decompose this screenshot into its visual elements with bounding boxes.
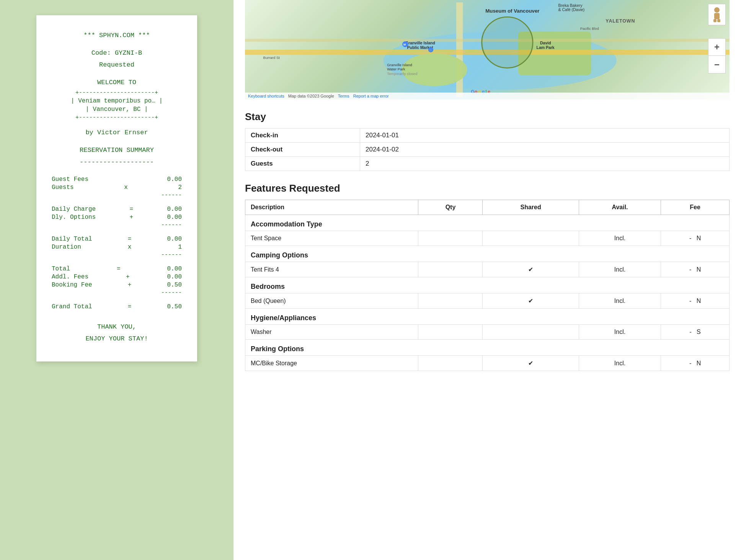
- stay-checkin-label: Check-in: [245, 129, 360, 143]
- duration-value: 1: [178, 244, 182, 251]
- stay-checkout-label: Check-out: [245, 143, 360, 157]
- feature-tent-space: Tent Space Incl. - N: [245, 231, 730, 246]
- stay-checkin-row: Check-in 2024-01-01: [245, 129, 730, 143]
- feature-washer: Washer Incl. - S: [245, 325, 730, 340]
- category-accommodation-label: Accommodation Type: [245, 215, 730, 231]
- addl-fees-value: 0.00: [167, 273, 182, 280]
- receipt-sep2: +----------------------+: [48, 114, 186, 121]
- feature-washer-avail: Incl.: [579, 325, 661, 340]
- svg-text:M: M: [403, 43, 406, 46]
- daily-charge-value: 0.00: [167, 206, 182, 213]
- category-camping: Camping Options: [245, 246, 730, 262]
- booking-fee-label: Booking Fee: [52, 282, 92, 288]
- feature-washer-qty: [418, 325, 483, 340]
- feature-bed-queen-avail: Incl.: [579, 293, 661, 309]
- feature-tent-space-desc: Tent Space: [245, 231, 418, 246]
- stay-table: Check-in 2024-01-01 Check-out 2024-01-02…: [245, 128, 730, 171]
- feature-tent-space-shared: [483, 231, 579, 246]
- dly-options-mid: +: [130, 214, 134, 221]
- grand-total-mid: =: [128, 303, 132, 310]
- zoom-out-button[interactable]: −: [708, 56, 726, 73]
- total-label: Total: [52, 265, 70, 272]
- feature-mc-bike-storage-qty: [418, 356, 483, 371]
- col-qty: Qty: [418, 200, 483, 215]
- guests-mid: x: [124, 184, 128, 191]
- svg-rect-32: [713, 19, 717, 22]
- category-bedrooms: Bedrooms: [245, 277, 730, 293]
- report-link[interactable]: Report a map error: [353, 94, 389, 98]
- feature-mc-bike-storage-desc: MC/Bike Storage: [245, 356, 418, 371]
- receipt-row-dly-options: Dly. Options + 0.00: [48, 214, 186, 221]
- guests-value: 2: [178, 184, 182, 191]
- receipt-requested: Requested: [48, 60, 186, 70]
- street-view-icon[interactable]: [708, 4, 726, 25]
- stay-checkout-value: 2024-01-02: [360, 143, 730, 157]
- col-fee: Fee: [661, 200, 730, 215]
- feature-bed-queen-shared: ✔: [483, 293, 579, 309]
- receipt-footer1: THANK YOU,: [48, 322, 186, 332]
- col-shared: Shared: [483, 200, 579, 215]
- svg-text:& Café (Davie): & Café (Davie): [558, 8, 585, 12]
- receipt-row-duration: Duration x 1: [48, 244, 186, 251]
- keyboard-shortcuts-link[interactable]: Keyboard shortcuts: [248, 94, 284, 98]
- total-value: 0.00: [167, 265, 182, 272]
- svg-text:Granville Island: Granville Island: [405, 41, 435, 45]
- receipt-header: *** SPHYN.COM ***: [48, 31, 186, 41]
- feature-tent-fits-4-fee: - N: [661, 262, 730, 277]
- receipt: *** SPHYN.COM *** Code: GYZNI-B Requeste…: [36, 15, 197, 361]
- receipt-dashes2: ------: [48, 222, 186, 228]
- category-parking: Parking Options: [245, 340, 730, 356]
- svg-text:Granville Island: Granville Island: [387, 63, 412, 67]
- svg-rect-31: [714, 13, 720, 19]
- daily-total-label: Daily Total: [52, 236, 92, 243]
- feature-mc-bike-storage-shared: ✔: [483, 356, 579, 371]
- zoom-in-button[interactable]: +: [708, 38, 726, 56]
- stay-guests-label: Guests: [245, 157, 360, 171]
- addl-fees-mid: +: [126, 273, 130, 280]
- feature-mc-bike-storage: MC/Bike Storage ✔ Incl. - N: [245, 356, 730, 371]
- terms-link[interactable]: Terms: [338, 94, 349, 98]
- dly-options-label: Dly. Options: [52, 214, 96, 221]
- feature-tent-space-fee: - N: [661, 231, 730, 246]
- stay-section-title: Stay: [245, 111, 730, 123]
- map-footer: Keyboard shortcuts Map data ©2023 Google…: [245, 93, 730, 99]
- feature-mc-bike-storage-avail: Incl.: [579, 356, 661, 371]
- features-table: Description Qty Shared Avail. Fee Accomm…: [245, 200, 730, 371]
- duration-mid: x: [128, 244, 132, 251]
- feature-bed-queen-fee: - N: [661, 293, 730, 309]
- receipt-summary-dashes: -------------------: [48, 157, 186, 167]
- category-hygiene: Hygiene/Appliances: [245, 309, 730, 325]
- stay-guests-row: Guests 2: [245, 157, 730, 171]
- col-description: Description: [245, 200, 418, 215]
- total-mid: =: [117, 265, 121, 272]
- feature-mc-bike-storage-fee: - N: [661, 356, 730, 371]
- feature-washer-desc: Washer: [245, 325, 418, 340]
- svg-text:Museum of Vancouver: Museum of Vancouver: [485, 8, 539, 14]
- feature-tent-fits-4-desc: Tent Fits 4: [245, 262, 418, 277]
- daily-charge-mid: =: [130, 206, 134, 213]
- receipt-row-daily-total: Daily Total = 0.00: [48, 236, 186, 243]
- map-data-label: Map data ©2023 Google: [288, 94, 334, 98]
- receipt-sep1: +----------------------+: [48, 90, 186, 96]
- booking-fee-mid: +: [128, 282, 132, 288]
- stay-checkin-value: 2024-01-01: [360, 129, 730, 143]
- feature-bed-queen-qty: [418, 293, 483, 309]
- features-header-row: Description Qty Shared Avail. Fee: [245, 200, 730, 215]
- receipt-row-guest-fees: Guest Fees 0.00: [48, 176, 186, 183]
- feature-tent-space-avail: Incl.: [579, 231, 661, 246]
- feature-tent-fits-4: Tent Fits 4 ✔ Incl. - N: [245, 262, 730, 277]
- svg-point-5: [402, 54, 467, 86]
- map-background: Museum of Vancouver Granville Island Pub…: [245, 0, 730, 99]
- grand-total-value: 0.50: [167, 303, 182, 310]
- feature-tent-fits-4-shared: ✔: [483, 262, 579, 277]
- receipt-dashes3: ------: [48, 252, 186, 258]
- receipt-welcome: WELCOME TO: [48, 78, 186, 88]
- guests-label: Guests: [52, 184, 74, 191]
- duration-label: Duration: [52, 244, 81, 251]
- daily-charge-label: Daily Charge: [52, 206, 96, 213]
- feature-washer-fee: - S: [661, 325, 730, 340]
- receipt-footer2: ENJOY YOUR STAY!: [48, 334, 186, 344]
- stay-guests-value: 2: [360, 157, 730, 171]
- receipt-dashes4: ------: [48, 290, 186, 296]
- map-svg: Museum of Vancouver Granville Island Pub…: [245, 0, 730, 99]
